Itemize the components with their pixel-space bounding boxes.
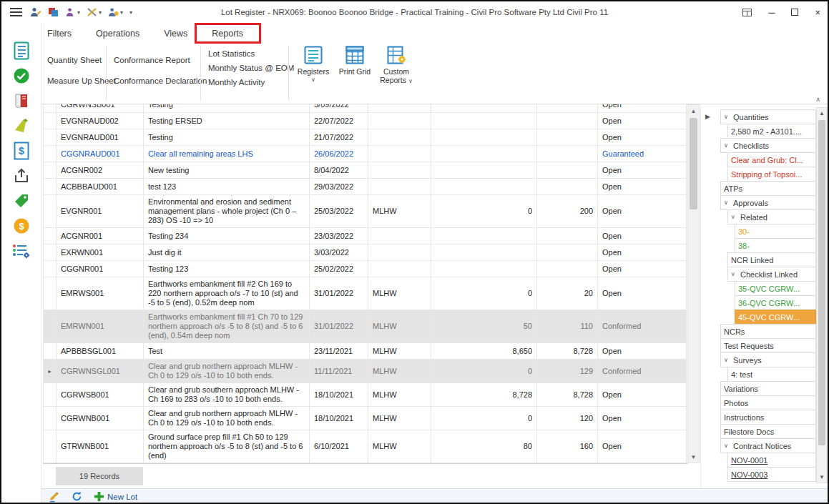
monthly-status-item[interactable]: Monthly Status @ EOM: [208, 64, 288, 72]
qty-b-cell[interactable]: [537, 104, 598, 113]
date-cell[interactable]: 21/07/2022: [310, 129, 368, 146]
row-expander-icon[interactable]: [44, 407, 57, 430]
table-row[interactable]: CGGNRAUD001Clear all remaining areas LHS…: [44, 146, 687, 162]
tree-item[interactable]: ∨Checklist Linked: [727, 267, 816, 282]
tree-item[interactable]: ∨Approvals: [720, 195, 816, 210]
row-expander-icon[interactable]: [44, 261, 57, 277]
date-cell[interactable]: 23/11/2021: [310, 343, 368, 360]
table-row[interactable]: GTRWNB001Ground surface prep fill #1 Ch …: [44, 430, 687, 463]
tree-item[interactable]: Stripping of Topsoi...: [727, 167, 816, 182]
description-cell[interactable]: Testing ERSED: [144, 113, 310, 129]
conformance-report-button[interactable]: Conformance Report: [114, 56, 200, 64]
conformance-check-icon[interactable]: [12, 66, 31, 85]
qty-b-cell[interactable]: [537, 129, 598, 146]
date-cell[interactable]: 6/10/2021: [310, 430, 368, 463]
qty-b-cell[interactable]: [537, 261, 598, 277]
description-cell[interactable]: Clear and grub northern approach MLHW - …: [144, 360, 310, 383]
row-expander-icon[interactable]: [44, 343, 57, 360]
crew-cell[interactable]: [368, 261, 431, 277]
lot-cell[interactable]: EXRWN001: [57, 244, 144, 261]
payment-dollar-icon[interactable]: $: [12, 217, 31, 235]
lot-cell[interactable]: ACGNR001: [57, 228, 144, 244]
custom-reports-button[interactable]: Custom Reports ∨: [378, 45, 415, 104]
qty-a-cell[interactable]: 8,650: [431, 343, 537, 360]
status-cell[interactable]: Conformed: [598, 360, 687, 383]
lot-cell[interactable]: APBBBSGL001: [57, 343, 144, 360]
table-row[interactable]: EVGNRAUD002Testing ERSED22/07/2022Open: [44, 113, 687, 129]
lot-cell[interactable]: CGRWNSB001: [57, 104, 144, 113]
chevron-down-icon[interactable]: ∨: [731, 214, 738, 220]
scrollbar-thumb[interactable]: [690, 118, 697, 209]
crew-cell[interactable]: [368, 113, 431, 129]
row-expander-icon[interactable]: [44, 228, 57, 244]
description-cell[interactable]: Environmental and erosion and sediment m…: [144, 195, 310, 228]
minimize-button[interactable]: ─: [768, 8, 775, 17]
row-expander-icon[interactable]: [44, 195, 57, 228]
date-cell[interactable]: 25/03/2022: [310, 195, 368, 228]
qty-b-cell[interactable]: [537, 146, 598, 162]
row-expander-icon[interactable]: [44, 104, 57, 113]
row-expander-icon[interactable]: [44, 430, 57, 463]
crew-cell[interactable]: MLHW: [368, 343, 431, 360]
tree-item[interactable]: 36-QVC CGRW...: [735, 295, 816, 310]
lot-cell[interactable]: CGGNRAUD001: [57, 146, 144, 162]
lot-cell[interactable]: EMRWS001: [57, 277, 144, 310]
lot-cell[interactable]: CGRWNSGL001: [57, 360, 144, 383]
qty-b-cell[interactable]: 129: [537, 360, 598, 383]
crew-cell[interactable]: [368, 179, 431, 195]
status-cell[interactable]: Open: [598, 195, 687, 228]
tree-item[interactable]: ∨Quantities: [720, 109, 816, 124]
row-expander-icon[interactable]: [44, 129, 57, 146]
crew-cell[interactable]: [368, 244, 431, 261]
scrollbar-thumb[interactable]: [818, 120, 825, 445]
qty-a-cell[interactable]: [431, 104, 537, 113]
table-row[interactable]: ▸CGRWNSGL001Clear and grub northern appr…: [44, 360, 687, 383]
user-alert-dropdown-icon[interactable]: ▾: [108, 7, 123, 17]
description-cell[interactable]: Just dig it: [144, 244, 310, 261]
table-row[interactable]: APBBBSGL001Test23/11/2021MLHW8,6508,728O…: [44, 343, 687, 360]
qty-b-cell[interactable]: [537, 179, 598, 195]
qty-b-cell[interactable]: 8,728: [537, 383, 598, 407]
date-cell[interactable]: 5/09/2022: [310, 104, 368, 113]
lot-cell[interactable]: EVGNRAUD002: [57, 113, 144, 129]
tree-item[interactable]: ∨Checklists: [720, 138, 816, 153]
qty-b-cell[interactable]: [537, 162, 598, 179]
crew-cell[interactable]: MLHW: [368, 407, 431, 430]
date-cell[interactable]: 26/06/2022: [310, 146, 368, 162]
qty-b-cell[interactable]: 200: [537, 195, 598, 228]
status-cell[interactable]: Open: [598, 162, 687, 179]
qty-a-cell[interactable]: [431, 113, 537, 129]
tools-dropdown-icon[interactable]: ▾: [87, 7, 102, 17]
tree-item[interactable]: Photos: [720, 395, 816, 410]
tree-item[interactable]: Test Requests: [720, 338, 816, 353]
scroll-down-icon[interactable]: ▼: [688, 451, 699, 463]
qty-a-cell[interactable]: [431, 129, 537, 146]
tab-views[interactable]: Views: [164, 29, 187, 39]
lot-transfer-icon[interactable]: [48, 7, 59, 17]
scroll-up-icon[interactable]: ▲: [688, 105, 699, 117]
tree-item[interactable]: NCRs: [720, 324, 816, 339]
qty-b-cell[interactable]: 8,728: [537, 343, 598, 360]
status-cell[interactable]: Open: [598, 129, 687, 146]
cost-document-icon[interactable]: $: [12, 142, 31, 160]
tree-item[interactable]: 45-QVC CGRW...: [735, 310, 816, 325]
menu-icon[interactable]: [10, 8, 22, 16]
assign-user-dropdown-icon[interactable]: ▾: [65, 7, 80, 17]
tree-item[interactable]: Clear and Grub: Cl...: [727, 152, 816, 167]
chevron-down-icon[interactable]: ∨: [724, 114, 731, 120]
row-expander-icon[interactable]: [44, 244, 57, 261]
tree-item[interactable]: ∨Contract Notices: [720, 438, 816, 453]
tree-item[interactable]: Variations: [720, 381, 816, 396]
scroll-down-icon[interactable]: ▼: [817, 472, 827, 483]
description-cell[interactable]: Test: [144, 343, 310, 360]
qty-a-cell[interactable]: [431, 228, 537, 244]
row-expander-icon[interactable]: [44, 179, 57, 195]
row-expander-icon[interactable]: [44, 277, 57, 310]
tree-item[interactable]: 35-QVC CGRW...: [735, 281, 816, 296]
crew-cell[interactable]: MLHW: [368, 383, 431, 407]
tree-item[interactable]: 38-: [735, 238, 816, 253]
status-cell[interactable]: Open: [598, 244, 687, 261]
date-cell[interactable]: 29/03/2022: [310, 179, 368, 195]
date-cell[interactable]: 31/01/2022: [310, 277, 368, 310]
table-row[interactable]: CGGNR001Testing 12325/02/2022Open: [44, 261, 687, 277]
